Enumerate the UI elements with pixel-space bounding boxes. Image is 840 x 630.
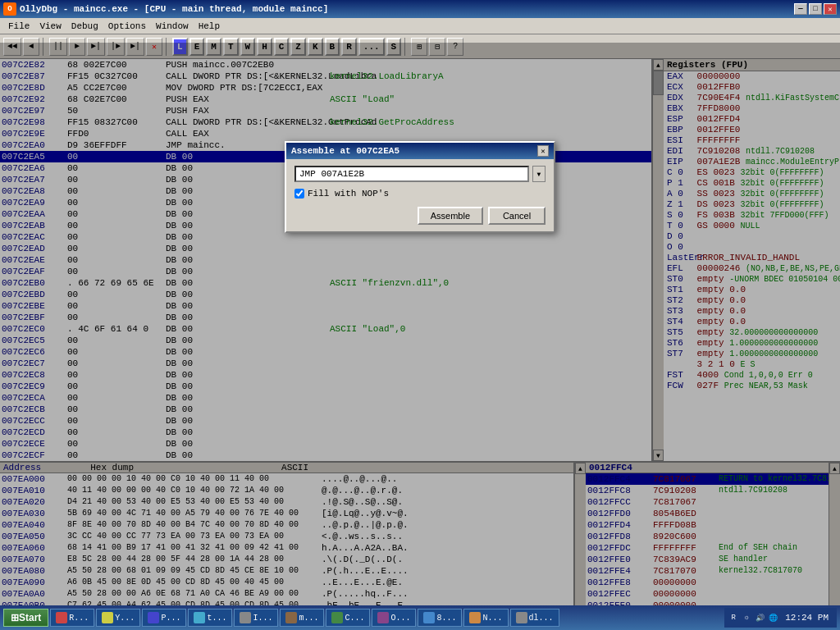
window-title: OllyDbg - maincc.exe - [CPU - main threa… (20, 4, 794, 14)
close-button[interactable]: ✕ (824, 3, 837, 15)
menu-debug[interactable]: Debug (66, 20, 103, 33)
assemble-button[interactable]: Assemble (418, 207, 483, 225)
task-icon (377, 612, 389, 623)
taskbar-item[interactable]: m... (280, 609, 324, 627)
taskbar-item[interactable]: P... (142, 609, 186, 627)
menu-view[interactable]: View (34, 20, 66, 33)
tray-icon-4[interactable]: 🌐 (767, 612, 778, 623)
task-icon (56, 612, 67, 623)
assemble-dialog: Assemble at 007C2EA5 ✕ ▼ Fill with NOP's… (285, 141, 555, 233)
window-controls: — □ ✕ (794, 3, 837, 15)
menu-bar: File View Debug Options Window Help (0, 18, 840, 34)
task-icon (102, 612, 113, 623)
dialog-title-text: Assemble at 007C2EA5 (291, 146, 399, 156)
task-icon (469, 612, 481, 623)
menu-window[interactable]: Window (151, 20, 194, 33)
dialog-input-row: ▼ (294, 166, 546, 182)
cancel-button[interactable]: Cancel (488, 207, 546, 225)
assemble-dropdown[interactable]: ▼ (532, 166, 546, 182)
app-icon: O (3, 2, 16, 16)
taskbar-tasks: R...Y...P...t...I...m...C...O...8...N...… (50, 609, 723, 627)
task-icon (285, 612, 297, 623)
menu-file[interactable]: File (3, 20, 34, 33)
maximize-button[interactable]: □ (809, 3, 822, 15)
tray-icon-1[interactable]: R (728, 612, 739, 623)
tray-icon-2[interactable]: ☼ (741, 612, 752, 623)
menu-help[interactable]: Help (194, 20, 225, 33)
dialog-close-button[interactable]: ✕ (537, 145, 549, 157)
task-icon (331, 612, 343, 623)
taskbar-item[interactable]: R... (50, 609, 94, 627)
taskbar-item[interactable]: C... (326, 609, 370, 627)
task-icon (148, 612, 159, 623)
taskbar-item[interactable]: dl... (510, 609, 559, 627)
tray-icon-3[interactable]: 🔊 (754, 612, 765, 623)
system-tray: R ☼ 🔊 🌐 12:24 PM (724, 608, 837, 628)
taskbar-item[interactable]: N... (463, 609, 508, 627)
taskbar-item[interactable]: t... (188, 609, 232, 627)
taskbar-item[interactable]: 8... (418, 609, 462, 627)
fill-nops-label: Fill with NOP's (308, 189, 389, 199)
start-button[interactable]: ⊞ Start (3, 609, 48, 627)
modal-overlay: Assemble at 007C2EA5 ✕ ▼ Fill with NOP's… (0, 43, 840, 605)
fill-nops-checkbox[interactable] (294, 189, 304, 199)
title-bar: O OllyDbg - maincc.exe - [CPU - main thr… (0, 0, 840, 18)
dialog-checkbox-row: Fill with NOP's (294, 189, 546, 199)
minimize-button[interactable]: — (794, 3, 807, 15)
task-icon (516, 612, 527, 623)
task-icon (423, 612, 435, 623)
taskbar-item[interactable]: I... (234, 609, 278, 627)
dialog-body: ▼ Fill with NOP's Assemble Cancel (286, 159, 554, 231)
clock: 12:24 PM (780, 613, 833, 623)
dialog-buttons: Assemble Cancel (294, 207, 546, 225)
task-icon (194, 612, 205, 623)
taskbar-item[interactable]: Y... (96, 609, 140, 627)
dialog-title-bar: Assemble at 007C2EA5 ✕ (286, 143, 554, 159)
assemble-input[interactable] (294, 166, 529, 182)
menu-options[interactable]: Options (103, 20, 151, 33)
task-icon (240, 612, 251, 623)
taskbar: ⊞ Start R...Y...P...t...I...m...C...O...… (0, 605, 840, 630)
taskbar-item[interactable]: O... (372, 609, 416, 627)
